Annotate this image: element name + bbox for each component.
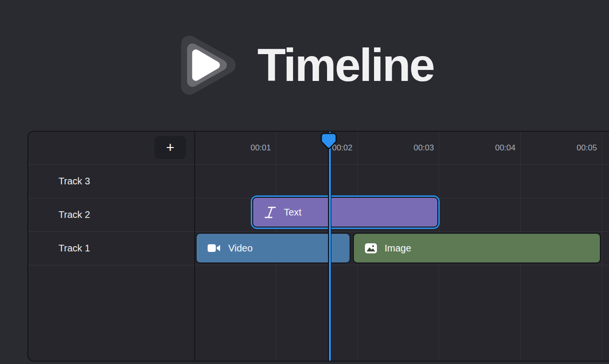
image-photo-icon <box>364 243 377 254</box>
playhead-handle-icon[interactable] <box>319 132 339 150</box>
track-label: Track 3 <box>59 176 90 187</box>
ruler-tick-label: 00:01 <box>250 132 271 164</box>
track-label: Track 2 <box>59 209 90 220</box>
app-header: Timeline <box>0 32 609 99</box>
clip-text[interactable]: Text <box>252 197 438 228</box>
page-title: Timeline <box>258 38 434 92</box>
playhead-line[interactable] <box>328 132 331 361</box>
clip-label: Text <box>284 207 302 218</box>
clip-label: Video <box>228 243 253 254</box>
clip-video[interactable]: Video <box>196 233 351 263</box>
sidebar-timeline-divider <box>194 132 195 361</box>
ruler-tick-label: 00:05 <box>576 132 597 164</box>
track-header-track-3[interactable]: Track 3 <box>28 164 194 198</box>
track-label: Track 1 <box>59 243 90 254</box>
clip-image[interactable]: Image <box>353 233 601 263</box>
play-logo-icon <box>176 32 240 99</box>
track-header-track-2[interactable]: Track 2 <box>28 198 194 231</box>
row-divider <box>28 265 609 265</box>
add-track-button[interactable]: + <box>154 136 186 159</box>
text-italic-icon <box>264 206 277 219</box>
clip-label: Image <box>385 243 411 254</box>
clip-text-selection[interactable]: Text <box>251 195 440 229</box>
video-camera-icon <box>207 243 221 253</box>
ruler-tick-label: 00:03 <box>413 132 434 164</box>
gridline-5s <box>602 132 602 361</box>
timeline-panel: + Track 3 Track 2 Track 1 00:01 00:02 00… <box>27 131 609 362</box>
track-header-track-1[interactable]: Track 1 <box>28 231 194 265</box>
ruler-tick-label: 00:04 <box>495 132 515 164</box>
